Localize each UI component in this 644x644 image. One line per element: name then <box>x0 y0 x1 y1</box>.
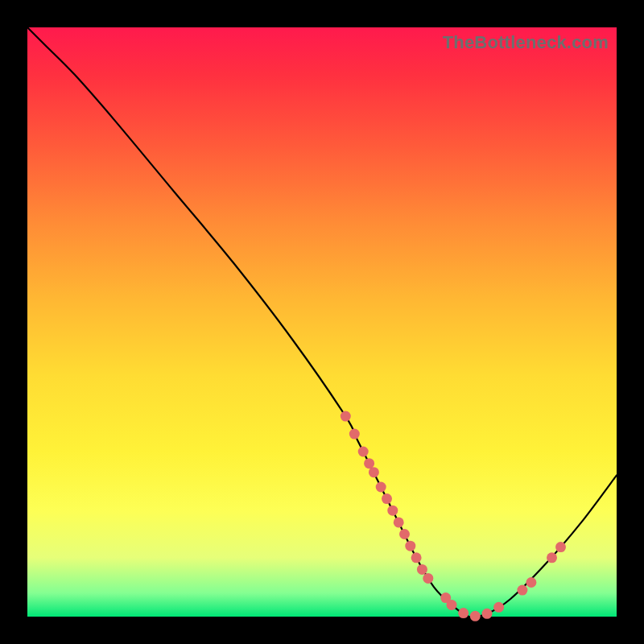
data-point <box>376 482 386 493</box>
chart-plot-area: TheBottleneck.com <box>27 27 617 617</box>
data-point <box>358 447 369 457</box>
data-point <box>399 529 410 539</box>
data-point <box>423 573 433 584</box>
data-point-group <box>341 411 566 621</box>
data-point <box>411 552 422 563</box>
data-point <box>364 458 374 469</box>
data-point <box>517 585 527 596</box>
data-point <box>547 552 557 563</box>
data-point <box>526 577 536 588</box>
data-point <box>387 506 398 516</box>
data-point <box>482 609 493 619</box>
data-point <box>417 564 427 575</box>
bottleneck-curve <box>27 27 617 617</box>
data-point <box>341 411 351 422</box>
chart-svg <box>27 27 617 617</box>
data-point <box>447 600 457 610</box>
data-point <box>493 602 504 613</box>
data-point <box>405 541 415 551</box>
data-point <box>470 611 481 621</box>
data-point <box>382 493 392 504</box>
data-point <box>394 517 404 527</box>
data-point <box>369 467 379 477</box>
data-point <box>349 429 360 440</box>
data-point <box>555 542 566 552</box>
data-point <box>458 608 469 618</box>
